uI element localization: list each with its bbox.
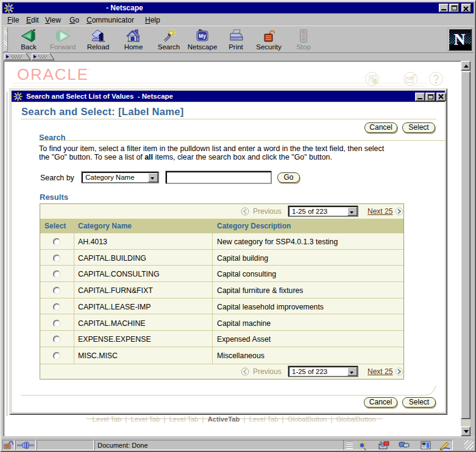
svg-text:N: N [454,30,466,48]
svg-text:My: My [199,33,206,39]
